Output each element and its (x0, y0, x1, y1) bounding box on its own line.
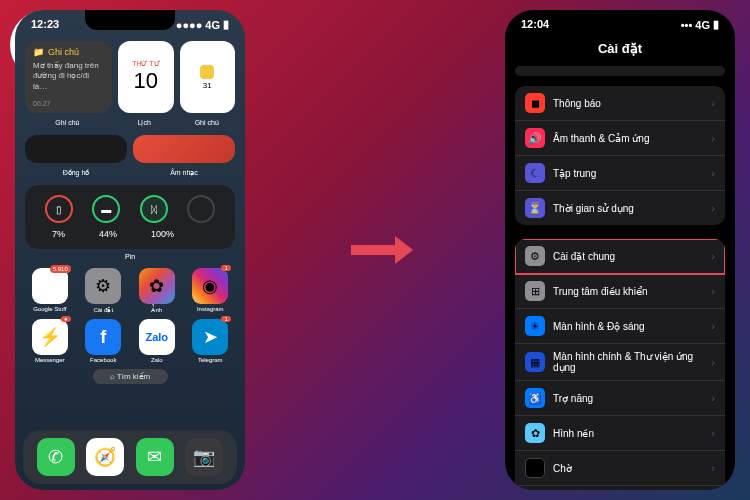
chevron-right-icon: › (711, 356, 715, 368)
reminders-label: Ghi chú (178, 119, 235, 127)
settings-row-notifications[interactable]: ◼Thông báo› (515, 86, 725, 121)
app-photos[interactable]: ✿Ảnh (132, 268, 182, 313)
app-zalo[interactable]: ZaloZalo (132, 319, 182, 363)
calendar-day: THỨ TƯ (122, 60, 169, 68)
clock-label: Đồng hồ (25, 169, 127, 177)
gear-icon: ⚙ (525, 246, 545, 266)
notes-header: Ghi chú (48, 47, 79, 57)
settings-row-general[interactable]: ⚙Cài đặt chung› (515, 239, 725, 274)
chevron-right-icon: › (711, 320, 715, 332)
dock-camera[interactable]: 📷 (185, 438, 223, 476)
notch (575, 10, 665, 30)
status-time: 12:23 (31, 18, 59, 31)
chevron-right-icon: › (711, 427, 715, 439)
calendar-widget[interactable]: THỨ TƯ 10 (118, 41, 173, 113)
dock-phone[interactable]: ✆ (37, 438, 75, 476)
settings-row-control-center[interactable]: ⊞Trung tâm điều khiển› (515, 274, 725, 309)
notes-widget[interactable]: 📁Ghi chú Mơ thấy đang trên đường đi học/… (25, 41, 112, 113)
network-label: 4G (205, 19, 220, 31)
settings-row-wallpaper[interactable]: ✿Hình nền› (515, 416, 725, 451)
calendar-date: 10 (122, 68, 169, 94)
folder-icon: 📁 (33, 47, 44, 57)
battery-percent-3: 100% (151, 229, 174, 239)
speaker-icon: 🔊 (525, 128, 545, 148)
dock: ✆ 🧭 ✉ 📷 (23, 430, 237, 484)
music-widget[interactable] (133, 135, 235, 163)
chevron-right-icon: › (711, 132, 715, 144)
arrow-right-icon (347, 232, 403, 268)
app-facebook[interactable]: fFacebook (79, 319, 129, 363)
toggles-icon: ⊞ (525, 281, 545, 301)
app-messenger[interactable]: ⚡●Messenger (25, 319, 75, 363)
facebook-icon: f (85, 319, 121, 355)
dock-safari[interactable]: 🧭 (86, 438, 124, 476)
notes-label: Ghi chú (25, 119, 110, 127)
reminder-count: 31 (203, 81, 212, 90)
chevron-right-icon: › (711, 250, 715, 262)
network-label: 4G (695, 19, 710, 31)
signal-icon: ●●●● (176, 19, 203, 31)
dock-messages[interactable]: ✉ (136, 438, 174, 476)
chevron-right-icon: › (711, 202, 715, 214)
notes-icon (200, 65, 214, 79)
instagram-icon: ◉1 (192, 268, 228, 304)
battery-percent-2: 44% (99, 229, 117, 239)
app-settings[interactable]: ⚙Cài đặt (79, 268, 129, 313)
messenger-icon: ⚡● (32, 319, 68, 355)
settings-row-homescreen[interactable]: ▦Màn hình chính & Thư viện ứng dụng› (515, 344, 725, 381)
gear-icon: ⚙ (85, 268, 121, 304)
phone-settings-screen: 12:04 ••• 4G ▮ Cài đặt ◼Thông báo› 🔊Âm t… (505, 10, 735, 490)
standby-icon: ◐ (525, 458, 545, 478)
accessibility-icon: ♿ (525, 388, 545, 408)
settings-row-display[interactable]: ☀Màn hình & Độ sáng› (515, 309, 725, 344)
empty-battery-ring (187, 195, 215, 223)
notes-text: Mơ thấy đang trên đường đi học/đi là… (33, 61, 104, 92)
chevron-right-icon: › (711, 167, 715, 179)
brightness-icon: ☀ (525, 316, 545, 336)
chevron-right-icon: › (711, 285, 715, 297)
status-time: 12:04 (521, 18, 549, 31)
phone-battery-ring: ▯ (45, 195, 73, 223)
chevron-right-icon: › (711, 462, 715, 474)
signal-icon: ••• (681, 19, 693, 31)
reminder-widget[interactable]: 31 (180, 41, 235, 113)
telegram-icon: ➤1 (192, 319, 228, 355)
battery-icon: ▮ (223, 18, 229, 31)
app-google-stuff[interactable]: 5.910Google Stuff (25, 268, 75, 313)
settings-title: Cài đặt (505, 35, 735, 66)
photos-icon: ✿ (139, 268, 175, 304)
settings-row-accessibility[interactable]: ♿Trợ năng› (515, 381, 725, 416)
settings-row-siri[interactable]: ◉Siri & Tìm kiếm› (515, 486, 725, 490)
search-pill[interactable]: ⌕ Tìm kiếm (93, 369, 168, 384)
phone-home-screen: 12:23 ●●●● 4G ▮ 📁Ghi chú Mơ thấy đang tr… (15, 10, 245, 490)
wallpaper-icon: ✿ (525, 423, 545, 443)
settings-row-screentime[interactable]: ⏳Thời gian sử dụng› (515, 191, 725, 225)
app-instagram[interactable]: ◉1Instagram (186, 268, 236, 313)
moon-icon: ☾ (525, 163, 545, 183)
settings-row-standby[interactable]: ◐Chờ› (515, 451, 725, 486)
music-label: Âm nhạc (133, 169, 235, 177)
settings-partial-row (515, 66, 725, 76)
app-telegram[interactable]: ➤1Telegram (186, 319, 236, 363)
zalo-icon: Zalo (139, 319, 175, 355)
chevron-right-icon: › (711, 97, 715, 109)
notch (85, 10, 175, 30)
clock-widget[interactable] (25, 135, 127, 163)
calendar-label: Lịch (116, 119, 173, 127)
grid-icon: ▦ (525, 352, 545, 372)
pin-label: Pin (25, 253, 235, 260)
airpods-battery-ring: ᛞ (140, 195, 168, 223)
bell-icon: ◼ (525, 93, 545, 113)
case-battery-ring: ▬ (92, 195, 120, 223)
badge: 5.910 (50, 265, 71, 273)
chevron-right-icon: › (711, 392, 715, 404)
notes-time: 06:27 (33, 100, 104, 107)
settings-row-sound[interactable]: 🔊Âm thanh & Cảm ứng› (515, 121, 725, 156)
battery-percent-1: 7% (52, 229, 65, 239)
settings-row-focus[interactable]: ☾Tập trung› (515, 156, 725, 191)
battery-icon: ▮ (713, 18, 719, 31)
hourglass-icon: ⏳ (525, 198, 545, 218)
battery-widget[interactable]: ▯ ▬ ᛞ 7% 44% 100% (25, 185, 235, 249)
